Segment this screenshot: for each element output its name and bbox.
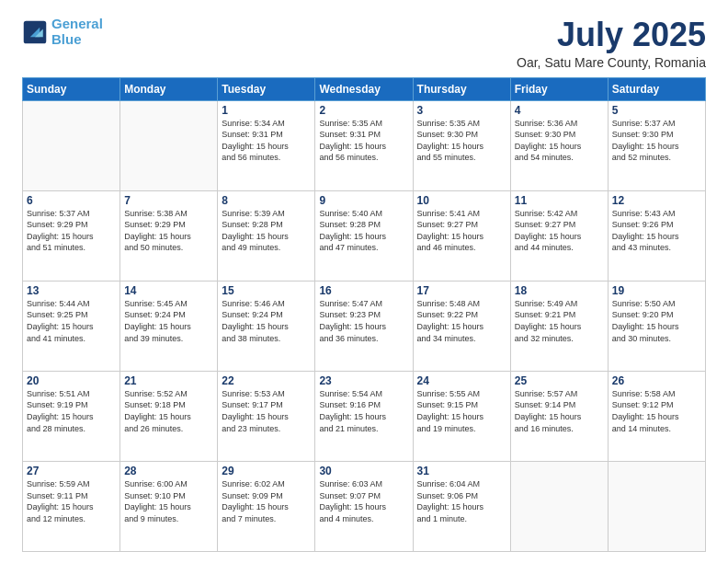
- weekday-header: Friday: [510, 77, 608, 100]
- calendar-cell: 25Sunrise: 5:57 AM Sunset: 9:14 PM Dayli…: [510, 371, 608, 461]
- calendar-cell: 12Sunrise: 5:43 AM Sunset: 9:26 PM Dayli…: [608, 190, 705, 281]
- day-number: 5: [612, 104, 701, 117]
- calendar-cell: 22Sunrise: 5:53 AM Sunset: 9:17 PM Dayli…: [218, 371, 315, 461]
- day-info: Sunrise: 5:41 AM Sunset: 9:27 PM Dayligh…: [417, 208, 506, 254]
- calendar-cell: [510, 461, 608, 551]
- title-block: July 2025 Oar, Satu Mare County, Romania: [517, 17, 706, 70]
- calendar-cell: 29Sunrise: 6:02 AM Sunset: 9:09 PM Dayli…: [218, 461, 315, 551]
- calendar-cell: 14Sunrise: 5:45 AM Sunset: 9:24 PM Dayli…: [120, 281, 218, 371]
- page: General Blue July 2025 Oar, Satu Mare Co…: [0, 0, 728, 563]
- day-number: 16: [319, 284, 408, 297]
- weekday-header: Sunday: [23, 77, 120, 100]
- day-info: Sunrise: 5:35 AM Sunset: 9:31 PM Dayligh…: [319, 118, 408, 164]
- day-number: 12: [612, 194, 701, 207]
- day-number: 17: [417, 284, 506, 297]
- day-info: Sunrise: 5:37 AM Sunset: 9:30 PM Dayligh…: [612, 118, 701, 164]
- calendar-cell: [23, 100, 120, 190]
- week-row: 13Sunrise: 5:44 AM Sunset: 9:25 PM Dayli…: [23, 281, 706, 371]
- calendar-cell: 7Sunrise: 5:38 AM Sunset: 9:29 PM Daylig…: [120, 190, 218, 281]
- calendar-cell: [608, 461, 705, 551]
- calendar-cell: 30Sunrise: 6:03 AM Sunset: 9:07 PM Dayli…: [315, 461, 413, 551]
- day-number: 21: [124, 374, 213, 387]
- day-info: Sunrise: 5:40 AM Sunset: 9:28 PM Dayligh…: [319, 208, 408, 254]
- day-number: 27: [27, 465, 116, 477]
- day-info: Sunrise: 5:38 AM Sunset: 9:29 PM Dayligh…: [124, 208, 213, 254]
- day-number: 31: [417, 465, 506, 477]
- day-number: 24: [417, 374, 506, 387]
- day-number: 13: [27, 284, 116, 297]
- day-number: 14: [124, 284, 213, 297]
- day-number: 11: [515, 194, 604, 207]
- day-number: 10: [417, 194, 506, 207]
- day-number: 29: [222, 465, 311, 477]
- week-row: 27Sunrise: 5:59 AM Sunset: 9:11 PM Dayli…: [23, 461, 706, 551]
- day-info: Sunrise: 5:43 AM Sunset: 9:26 PM Dayligh…: [612, 208, 701, 254]
- day-info: Sunrise: 5:49 AM Sunset: 9:21 PM Dayligh…: [515, 298, 604, 344]
- day-number: 30: [319, 465, 408, 477]
- day-number: 22: [222, 374, 311, 387]
- day-number: 20: [27, 374, 116, 387]
- day-number: 18: [515, 284, 604, 297]
- day-info: Sunrise: 5:34 AM Sunset: 9:31 PM Dayligh…: [222, 118, 311, 164]
- day-number: 26: [612, 374, 701, 387]
- calendar-cell: 19Sunrise: 5:50 AM Sunset: 9:20 PM Dayli…: [608, 281, 705, 371]
- day-number: 8: [222, 194, 311, 207]
- calendar-cell: 8Sunrise: 5:39 AM Sunset: 9:28 PM Daylig…: [218, 190, 315, 281]
- day-info: Sunrise: 6:04 AM Sunset: 9:06 PM Dayligh…: [417, 478, 506, 524]
- day-number: 25: [515, 374, 604, 387]
- day-info: Sunrise: 5:39 AM Sunset: 9:28 PM Dayligh…: [222, 208, 311, 254]
- day-number: 7: [124, 194, 213, 207]
- day-number: 6: [27, 194, 116, 207]
- calendar-cell: 6Sunrise: 5:37 AM Sunset: 9:29 PM Daylig…: [23, 190, 120, 281]
- week-row: 1Sunrise: 5:34 AM Sunset: 9:31 PM Daylig…: [23, 100, 706, 190]
- calendar-table: SundayMondayTuesdayWednesdayThursdayFrid…: [22, 77, 706, 552]
- calendar-cell: 17Sunrise: 5:48 AM Sunset: 9:22 PM Dayli…: [413, 281, 510, 371]
- weekday-header: Monday: [120, 77, 218, 100]
- weekday-header: Saturday: [608, 77, 705, 100]
- weekday-header-row: SundayMondayTuesdayWednesdayThursdayFrid…: [23, 77, 706, 100]
- day-number: 2: [319, 104, 408, 117]
- logo-blue: Blue: [51, 31, 82, 47]
- day-info: Sunrise: 5:35 AM Sunset: 9:30 PM Dayligh…: [417, 118, 506, 164]
- day-info: Sunrise: 5:57 AM Sunset: 9:14 PM Dayligh…: [515, 388, 604, 434]
- day-number: 1: [222, 104, 311, 117]
- calendar-cell: 31Sunrise: 6:04 AM Sunset: 9:06 PM Dayli…: [413, 461, 510, 551]
- logo-icon: [22, 19, 48, 45]
- day-info: Sunrise: 6:00 AM Sunset: 9:10 PM Dayligh…: [124, 478, 213, 524]
- day-info: Sunrise: 5:36 AM Sunset: 9:30 PM Dayligh…: [515, 118, 604, 164]
- day-number: 28: [124, 465, 213, 477]
- day-info: Sunrise: 5:50 AM Sunset: 9:20 PM Dayligh…: [612, 298, 701, 344]
- calendar-cell: 13Sunrise: 5:44 AM Sunset: 9:25 PM Dayli…: [23, 281, 120, 371]
- week-row: 6Sunrise: 5:37 AM Sunset: 9:29 PM Daylig…: [23, 190, 706, 281]
- day-info: Sunrise: 5:44 AM Sunset: 9:25 PM Dayligh…: [27, 298, 116, 344]
- calendar-cell: 4Sunrise: 5:36 AM Sunset: 9:30 PM Daylig…: [510, 100, 608, 190]
- week-row: 20Sunrise: 5:51 AM Sunset: 9:19 PM Dayli…: [23, 371, 706, 461]
- day-info: Sunrise: 5:46 AM Sunset: 9:24 PM Dayligh…: [222, 298, 311, 344]
- day-number: 19: [612, 284, 701, 297]
- day-info: Sunrise: 5:51 AM Sunset: 9:19 PM Dayligh…: [27, 388, 116, 434]
- day-number: 9: [319, 194, 408, 207]
- calendar-cell: [120, 100, 218, 190]
- day-info: Sunrise: 5:45 AM Sunset: 9:24 PM Dayligh…: [124, 298, 213, 344]
- month-title: July 2025: [517, 17, 706, 53]
- calendar-cell: 16Sunrise: 5:47 AM Sunset: 9:23 PM Dayli…: [315, 281, 413, 371]
- weekday-header: Thursday: [413, 77, 510, 100]
- day-info: Sunrise: 6:03 AM Sunset: 9:07 PM Dayligh…: [319, 478, 408, 524]
- day-number: 23: [319, 374, 408, 387]
- day-info: Sunrise: 5:54 AM Sunset: 9:16 PM Dayligh…: [319, 388, 408, 434]
- calendar-cell: 20Sunrise: 5:51 AM Sunset: 9:19 PM Dayli…: [23, 371, 120, 461]
- calendar-cell: 27Sunrise: 5:59 AM Sunset: 9:11 PM Dayli…: [23, 461, 120, 551]
- day-info: Sunrise: 5:52 AM Sunset: 9:18 PM Dayligh…: [124, 388, 213, 434]
- calendar-cell: 5Sunrise: 5:37 AM Sunset: 9:30 PM Daylig…: [608, 100, 705, 190]
- calendar-cell: 28Sunrise: 6:00 AM Sunset: 9:10 PM Dayli…: [120, 461, 218, 551]
- calendar-cell: 26Sunrise: 5:58 AM Sunset: 9:12 PM Dayli…: [608, 371, 705, 461]
- calendar-cell: 3Sunrise: 5:35 AM Sunset: 9:30 PM Daylig…: [413, 100, 510, 190]
- calendar-cell: 2Sunrise: 5:35 AM Sunset: 9:31 PM Daylig…: [315, 100, 413, 190]
- weekday-header: Tuesday: [218, 77, 315, 100]
- day-info: Sunrise: 5:42 AM Sunset: 9:27 PM Dayligh…: [515, 208, 604, 254]
- calendar-cell: 11Sunrise: 5:42 AM Sunset: 9:27 PM Dayli…: [510, 190, 608, 281]
- day-number: 4: [515, 104, 604, 117]
- day-info: Sunrise: 6:02 AM Sunset: 9:09 PM Dayligh…: [222, 478, 311, 524]
- calendar-cell: 15Sunrise: 5:46 AM Sunset: 9:24 PM Dayli…: [218, 281, 315, 371]
- day-info: Sunrise: 5:58 AM Sunset: 9:12 PM Dayligh…: [612, 388, 701, 434]
